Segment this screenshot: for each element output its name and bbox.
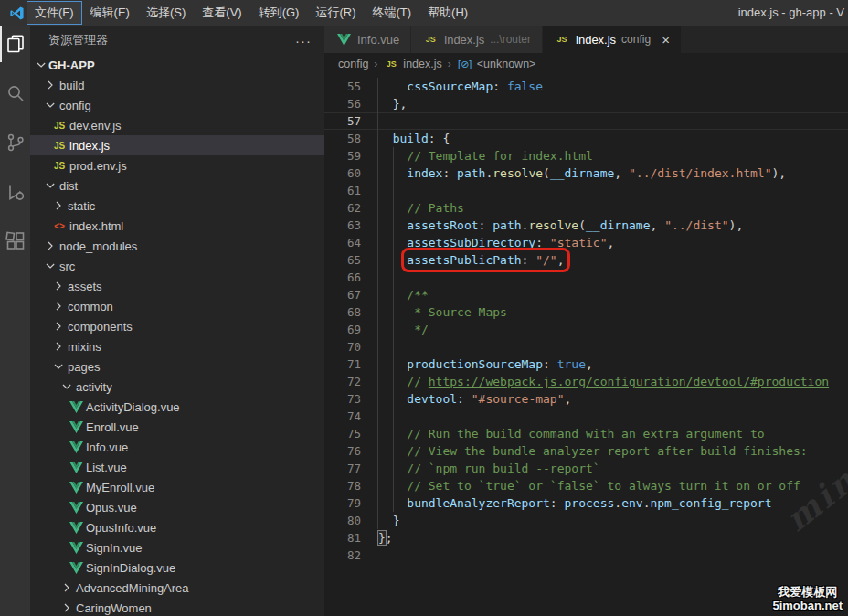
line-number: 57	[324, 112, 361, 130]
tree-item-node-modules[interactable]: node_modules	[30, 236, 324, 256]
code-line-74[interactable]: 74	[324, 408, 848, 425]
tree-item-pages[interactable]: pages	[30, 356, 324, 377]
code-line-60[interactable]: 60 index: path.resolve(__dirname, "../di…	[324, 165, 848, 182]
tree-item-src[interactable]: src	[30, 256, 324, 276]
chevron-down-icon	[34, 58, 48, 72]
tree-item-build[interactable]: build	[30, 75, 324, 95]
code-editor[interactable]: 55 cssSourceMap: false56 },5758 build: {…	[324, 75, 848, 616]
code-line-62[interactable]: 62 // Paths	[324, 199, 848, 217]
code-line-75[interactable]: 75 // Run the build command with an extr…	[324, 425, 848, 442]
line-number: 70	[324, 338, 361, 356]
vue-file-icon	[335, 34, 352, 46]
line-content: // Run the build command with an extra a…	[378, 425, 765, 442]
tree-item-label: static	[68, 199, 95, 213]
tree-item-opusinfo-vue[interactable]: OpusInfo.vue	[30, 517, 324, 537]
explorer-icon[interactable]	[0, 26, 30, 62]
line-content: // View the bundle analyzer report after…	[378, 442, 808, 460]
breadcrumb-item-3[interactable]: [⊘]<unknown>	[457, 58, 536, 70]
tab-index-js-3[interactable]: JSindex.jsconfig×	[543, 26, 682, 53]
tree-item-dev-env-js[interactable]: JSdev.env.js	[30, 115, 324, 135]
menu-item-help[interactable]: 帮助(H)	[419, 1, 476, 25]
more-actions-icon[interactable]: ···	[295, 33, 312, 48]
tree-item-opus-vue[interactable]: Opus.vue	[30, 497, 324, 517]
tree-item-label: SignInDialog.vue	[86, 561, 175, 575]
line-content: assetsSubDirectory: "static",	[378, 234, 614, 251]
tree-item-static[interactable]: static	[30, 196, 324, 216]
code-line-59[interactable]: 59 // Template for index.html	[324, 147, 848, 165]
tree-item-config[interactable]: config	[30, 95, 324, 115]
tree-item-common[interactable]: common	[30, 296, 324, 316]
close-icon[interactable]: ×	[662, 33, 670, 47]
project-root-label: GH-APP	[48, 58, 95, 72]
code-line-56[interactable]: 56 },	[324, 95, 848, 112]
tree-item-advancedminingarea[interactable]: AdvancedMiningArea	[30, 578, 324, 598]
explorer-sidebar: 资源管理器 ··· GH-APP buildconfigJSdev.env.js…	[30, 26, 324, 616]
line-number: 79	[324, 494, 361, 512]
tree-item-activity[interactable]: activity	[30, 377, 324, 397]
tab-info-vue-1[interactable]: Info.vue	[324, 26, 411, 53]
run-debug-icon[interactable]	[0, 174, 30, 210]
tree-item-assets[interactable]: assets	[30, 276, 324, 296]
menu-item-file[interactable]: 文件(F)	[26, 1, 82, 25]
code-line-82[interactable]: 82	[324, 547, 848, 564]
menu-item-run[interactable]: 运行(R)	[307, 1, 364, 25]
tree-item-index-js[interactable]: JSindex.js	[30, 135, 324, 155]
breadcrumb[interactable]: config›JSindex.js›[⊘]<unknown>	[324, 53, 848, 75]
line-number: 69	[324, 321, 361, 338]
breadcrumb-item-2[interactable]: JSindex.js	[383, 58, 441, 70]
code-line-64[interactable]: 64 assetsSubDirectory: "static",	[324, 234, 848, 251]
code-line-58[interactable]: 58 build: {	[324, 130, 848, 147]
project-root[interactable]: GH-APP	[30, 55, 324, 75]
tree-item-signindialog-vue[interactable]: SignInDialog.vue	[30, 558, 324, 578]
search-icon[interactable]	[0, 75, 30, 112]
tree-item-components[interactable]: components	[30, 316, 324, 336]
code-line-79[interactable]: 79 bundleAnalyzerReport: process.env.npm…	[324, 494, 848, 512]
tree-item-caringwomen[interactable]: CaringWomen	[30, 598, 324, 616]
code-line-68[interactable]: 68 * Source Maps	[324, 303, 848, 321]
code-line-65[interactable]: 65 assetsPublicPath: "/",	[324, 251, 848, 269]
tree-item-myenroll-vue[interactable]: MyEnroll.vue	[30, 477, 324, 497]
tree-item-prod-env-js[interactable]: JSprod.env.js	[30, 155, 324, 175]
tree-item-info-vue[interactable]: Info.vue	[30, 437, 324, 457]
site-watermark-line2: 5imoban.net	[772, 599, 843, 612]
tree-item-enroll-vue[interactable]: Enroll.vue	[30, 417, 324, 437]
tree-item-label: mixins	[68, 340, 101, 354]
tree-item-mixins[interactable]: mixins	[30, 336, 324, 356]
tree-item-activitydialog-vue[interactable]: ActivityDialog.vue	[30, 397, 324, 417]
extensions-icon[interactable]	[0, 223, 30, 260]
tree-item-signin-vue[interactable]: SignIn.vue	[30, 537, 324, 558]
menu-item-view[interactable]: 查看(V)	[194, 1, 249, 25]
source-control-icon[interactable]	[0, 124, 30, 161]
code-line-55[interactable]: 55 cssSourceMap: false	[324, 78, 848, 95]
tree-item-index-html[interactable]: <>index.html	[30, 216, 324, 236]
line-content: // `npm run build --report`	[378, 460, 600, 477]
breadcrumb-item-1[interactable]: config	[338, 58, 368, 70]
code-line-66[interactable]: 66	[324, 269, 848, 286]
code-line-67[interactable]: 67 /**	[324, 286, 848, 303]
code-line-80[interactable]: 80 }	[324, 512, 848, 529]
code-line-72[interactable]: 72 // https://webpack.js.org/configurati…	[324, 373, 848, 390]
line-number: 75	[324, 425, 361, 442]
code-line-70[interactable]: 70	[324, 338, 848, 356]
sidebar-header: 资源管理器 ···	[30, 26, 324, 55]
indent-guide	[393, 147, 394, 512]
tree-item-dist[interactable]: dist	[30, 175, 324, 196]
code-line-77[interactable]: 77 // `npm run build --report`	[324, 460, 848, 477]
code-line-63[interactable]: 63 assetsRoot: path.resolve(__dirname, "…	[324, 217, 848, 234]
menu-item-edit[interactable]: 编辑(E)	[82, 1, 138, 25]
menu-item-terminal[interactable]: 终端(T)	[364, 1, 419, 25]
code-line-73[interactable]: 73 devtool: "#source-map",	[324, 390, 848, 408]
menu-item-selection[interactable]: 选择(S)	[138, 1, 194, 25]
code-line-69[interactable]: 69 */	[324, 321, 848, 338]
line-number: 71	[324, 356, 361, 373]
code-line-71[interactable]: 71 productionSourceMap: true,	[324, 356, 848, 373]
tree-item-list-vue[interactable]: List.vue	[30, 457, 324, 477]
tab-index-js-2[interactable]: JSindex.js...\router	[411, 26, 543, 53]
code-line-81[interactable]: 81};	[324, 529, 848, 547]
menu-item-go[interactable]: 转到(G)	[250, 1, 308, 25]
code-line-61[interactable]: 61	[324, 182, 848, 199]
vue-file-icon	[68, 462, 84, 473]
code-line-57[interactable]: 57	[324, 112, 848, 130]
code-line-78[interactable]: 78 // Set to `true` or `false` to always…	[324, 477, 848, 494]
code-line-76[interactable]: 76 // View the bundle analyzer report af…	[324, 442, 848, 460]
